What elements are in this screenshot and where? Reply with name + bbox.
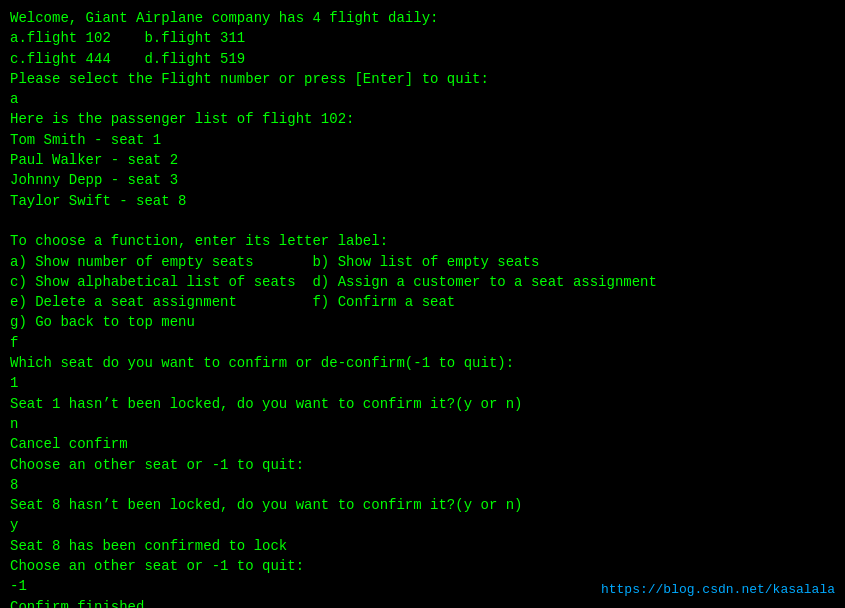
watermark: https://blog.csdn.net/kasalala <box>601 581 835 600</box>
terminal-window: Welcome, Giant Airplane company has 4 fl… <box>0 0 845 608</box>
terminal-output: Welcome, Giant Airplane company has 4 fl… <box>10 8 835 608</box>
